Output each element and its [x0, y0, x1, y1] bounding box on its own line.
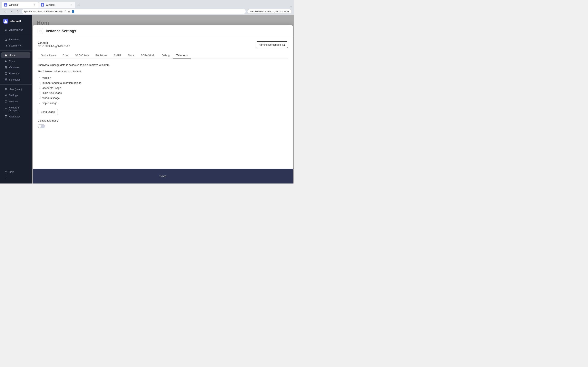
app-version-text: EE v1.393.4-1-g6b43d7e22 — [38, 45, 70, 48]
tab-title-2: Windmill — [46, 3, 55, 6]
disable-telemetry-toggle-container — [38, 124, 288, 128]
windmill-logo-icon — [3, 19, 8, 24]
user-icon — [4, 88, 7, 91]
tab-scim-saml[interactable]: SCIM/SAML — [138, 52, 159, 59]
home-icon — [4, 54, 7, 57]
sidebar-label-settings: Settings — [9, 94, 18, 97]
modal-header: Instance Settings — [33, 25, 293, 37]
sidebar-item-folders[interactable]: Folders & Groups... — [1, 105, 30, 113]
nav-forward-button[interactable]: › — [9, 9, 14, 14]
telemetry-item-jobs: number and total duration of jobs — [43, 81, 288, 85]
telemetry-item-accounts: accounts usage — [43, 86, 288, 90]
tab-slack[interactable]: Slack — [124, 52, 138, 59]
sidebar: Windmill windmill-labs Favorites Search … — [0, 15, 32, 184]
browser-tab-2[interactable]: Windmill × — [38, 2, 75, 8]
tab-close-2[interactable]: × — [69, 3, 73, 7]
sidebar-label-resources: Resources — [9, 72, 21, 75]
sidebar-item-search[interactable]: Search ⌘K — [1, 43, 30, 49]
tab-smtp[interactable]: SMTP — [111, 52, 124, 59]
variable-icon — [4, 66, 7, 69]
telemetry-description-line2: The following information is collected: — [38, 69, 288, 74]
tab-chevron-icon[interactable]: ⌄ — [290, 4, 292, 8]
tab-telemetry[interactable]: Telemetry — [173, 52, 191, 59]
audit-icon — [4, 115, 7, 118]
tab-debug[interactable]: Debug — [158, 52, 173, 59]
sidebar-item-windmill-labs[interactable]: windmill-labs — [1, 27, 30, 33]
tab-core[interactable]: Core — [60, 52, 72, 59]
sidebar-label-home: Home — [9, 54, 16, 57]
app-info: Windmill EE v1.393.4-1-g6b43d7e22 Admins… — [38, 42, 288, 48]
save-button[interactable]: Save — [38, 172, 288, 180]
send-usage-button[interactable]: Send usage — [38, 109, 58, 115]
star-icon — [4, 38, 7, 41]
sidebar-divider-3 — [0, 84, 32, 85]
tab-close-1[interactable]: × — [33, 3, 36, 7]
telemetry-item-workers: workers usage — [43, 96, 288, 100]
svg-point-5 — [5, 73, 7, 73]
tab-global-users[interactable]: Global Users — [38, 52, 60, 59]
modal-content: Windmill EE v1.393.4-1-g6b43d7e22 Admins… — [33, 37, 293, 169]
modal-overlay[interactable]: Instance Settings Windmill EE v1.393.4-1… — [32, 15, 294, 184]
play-icon — [4, 60, 7, 63]
sidebar-bottom: Help — [0, 169, 32, 181]
building-icon — [4, 29, 7, 31]
disable-telemetry-label: Disable telemetry — [38, 119, 288, 122]
sidebar-item-back[interactable] — [1, 175, 30, 181]
bookmark-icon[interactable]: ☆ — [64, 10, 67, 13]
sidebar-item-workers[interactable]: Workers — [1, 99, 30, 104]
sidebar-logo-text: Windmill — [10, 20, 21, 23]
svg-point-2 — [5, 45, 7, 46]
help-icon — [4, 171, 7, 174]
sidebar-item-favorites[interactable]: Favorites — [1, 37, 30, 42]
extension-icon[interactable]: ⧉ — [68, 10, 70, 13]
sidebar-label-audit: Audit Logs — [9, 115, 21, 118]
sidebar-label-user: User (henri) — [9, 88, 22, 91]
browser-tab-1[interactable]: Windmill × — [2, 2, 38, 8]
app-version-block: Windmill EE v1.393.4-1-g6b43d7e22 — [38, 42, 70, 48]
calendar-icon — [4, 78, 7, 81]
address-text: app.windmill.dev/#superadmin-settings — [24, 10, 63, 13]
browser-chrome: Windmill × Windmill × + ⌄ ‹ › ↻ app.wind… — [0, 0, 294, 15]
telemetry-item-login: login type usage — [43, 91, 288, 95]
folder-icon — [4, 108, 7, 110]
sidebar-logo[interactable]: Windmill — [0, 17, 32, 25]
chrome-update-button[interactable]: Nouvelle version de Chrome disponible — [247, 9, 292, 14]
content-area: Hom All f/te... u/h... — [32, 15, 294, 184]
sidebar-item-settings[interactable]: Settings — [1, 92, 30, 98]
sidebar-divider-1 — [0, 35, 32, 35]
nav-reload-button[interactable]: ↻ — [16, 9, 20, 14]
sidebar-label-runs: Runs — [9, 60, 15, 63]
svg-line-45 — [283, 44, 285, 45]
tab-favicon-1 — [4, 3, 7, 7]
disable-telemetry-toggle[interactable] — [38, 124, 45, 128]
sidebar-item-resources[interactable]: Resources — [1, 71, 30, 76]
profile-icon[interactable]: 👤 — [71, 10, 75, 13]
tab-title-1: Windmill — [9, 3, 18, 6]
nav-back-button[interactable]: ‹ — [2, 9, 7, 14]
external-link-icon — [282, 43, 285, 46]
sidebar-item-user[interactable]: User (henri) — [1, 86, 30, 92]
tab-registries[interactable]: Registries — [92, 52, 111, 59]
sidebar-item-runs[interactable]: Runs — [1, 58, 30, 64]
modal-title: Instance Settings — [46, 29, 76, 33]
sidebar-item-help[interactable]: Help — [1, 169, 30, 175]
modal-close-button[interactable] — [38, 28, 43, 34]
address-bar[interactable]: app.windmill.dev/#superadmin-settings ☆ … — [22, 9, 246, 14]
telemetry-description-line1: Anonymous usage data is collected to hel… — [38, 63, 288, 67]
sidebar-item-home[interactable]: Home — [1, 52, 30, 58]
sidebar-label-windmill-labs: windmill-labs — [9, 29, 23, 31]
sidebar-divider-2 — [0, 50, 32, 50]
admins-workspace-button[interactable]: Admins workspace — [256, 42, 288, 48]
sidebar-label-folders: Folders & Groups... — [9, 106, 27, 112]
sidebar-item-variables[interactable]: Variables — [1, 65, 30, 70]
sidebar-item-schedules[interactable]: Schedules — [1, 77, 30, 83]
tab-sso-oauth[interactable]: SSO/OAuth — [72, 52, 92, 59]
svg-point-20 — [6, 173, 6, 173]
telemetry-content: Anonymous usage data is collected to hel… — [38, 63, 288, 128]
search-icon — [4, 44, 7, 47]
app-name: Windmill — [38, 42, 70, 45]
toggle-knob — [38, 125, 41, 128]
sidebar-item-audit[interactable]: Audit Logs — [1, 114, 30, 119]
new-tab-button[interactable]: + — [76, 2, 82, 8]
modal-footer: Save — [33, 169, 293, 184]
